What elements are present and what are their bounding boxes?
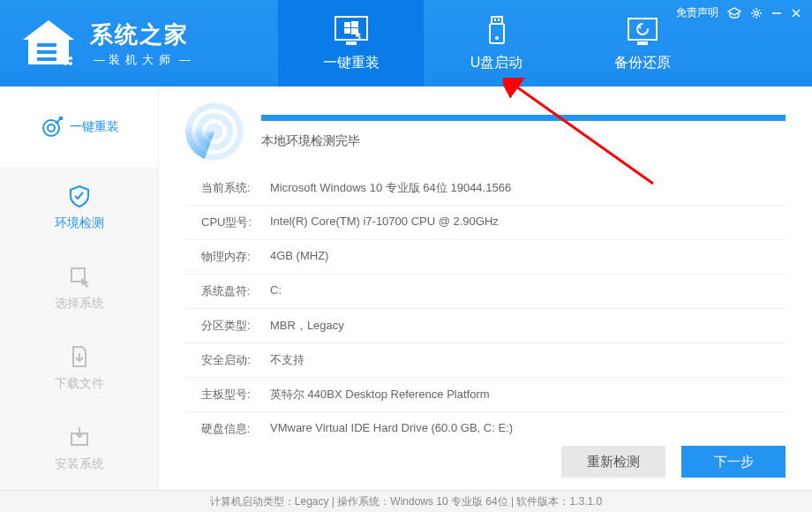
sidebar-label: 下载文件: [55, 376, 104, 392]
info-row: 物理内存:4GB (MHZ): [185, 240, 786, 275]
svg-rect-9: [492, 17, 502, 24]
info-value: Microsoft Windows 10 专业版 64位 19044.1566: [270, 180, 511, 196]
info-row: 硬盘信息:VMware Virtual IDE Hard Drive (60.0…: [185, 412, 786, 439]
info-label: 当前系统:: [201, 180, 270, 196]
info-value: C:: [270, 283, 282, 299]
gear-icon[interactable]: [750, 7, 763, 19]
button-row: 重新检测 下一步: [185, 439, 786, 490]
info-label: 物理内存:: [201, 249, 270, 265]
info-value: 不支持: [270, 352, 304, 368]
close-button[interactable]: [791, 8, 801, 19]
svg-point-13: [495, 36, 499, 40]
sidebar-label: 一键重装: [70, 119, 119, 135]
svg-rect-15: [637, 41, 648, 45]
sidebar-item-env-check[interactable]: 环境检测: [0, 167, 158, 247]
shield-check-icon: [67, 184, 92, 208]
info-row: CPU型号:Intel(R) Core(TM) i7-10700 CPU @ 2…: [185, 206, 786, 240]
sidebar-item-download[interactable]: 下载文件: [0, 328, 158, 408]
svg-point-3: [64, 56, 67, 60]
info-value: 英特尔 440BX Desktop Reference Platform: [270, 387, 490, 403]
backup-screen-icon: [625, 15, 660, 47]
tab-usb-boot[interactable]: U盘启动: [424, 0, 569, 87]
svg-rect-10: [494, 19, 496, 21]
select-box-icon: [67, 264, 92, 289]
minimize-button[interactable]: [771, 8, 782, 19]
next-button[interactable]: 下一步: [681, 446, 786, 478]
svg-rect-8: [346, 41, 357, 45]
info-label: 系统盘符:: [201, 283, 270, 299]
sidebar-item-reinstall[interactable]: 一键重装: [0, 87, 158, 167]
info-value: MBR，Legacy: [270, 318, 344, 334]
target-arrow-icon: [40, 115, 64, 139]
body: 一键重装 环境检测 选择系统 下载文件 安装系统 本地环境检测完毕 当前: [0, 87, 812, 490]
disclaimer-link[interactable]: 免责声明: [676, 5, 718, 20]
sidebar: 一键重装 环境检测 选择系统 下载文件 安装系统: [0, 87, 159, 490]
house-logo-icon: [18, 17, 79, 70]
svg-point-6: [69, 62, 72, 65]
info-row: 系统盘符:C:: [185, 275, 786, 309]
sidebar-item-select-system[interactable]: 选择系统: [0, 247, 158, 328]
info-label: CPU型号:: [201, 215, 270, 230]
info-row: 主板型号:英特尔 440BX Desktop Reference Platfor…: [185, 378, 786, 412]
info-row: 当前系统:Microsoft Windows 10 专业版 64位 19044.…: [185, 171, 786, 206]
logo-subtitle: 装机大师: [90, 52, 194, 68]
progress-status: 本地环境检测完毕: [261, 133, 786, 149]
svg-point-20: [48, 124, 55, 132]
logo-area: 系统之家 装机大师: [0, 0, 278, 87]
svg-rect-11: [498, 19, 500, 21]
header: 系统之家 装机大师 一键重装 U盘启动 备份还原 免责声明: [0, 0, 812, 87]
info-row: 安全启动:不支持: [185, 343, 786, 378]
tab-label: 备份还原: [614, 54, 671, 72]
sidebar-label: 环境检测: [55, 215, 104, 231]
install-box-icon: [67, 425, 92, 449]
graduation-icon[interactable]: [727, 7, 741, 19]
rescan-button[interactable]: 重新检测: [561, 446, 665, 478]
download-file-icon: [67, 344, 92, 369]
svg-point-5: [64, 62, 67, 65]
radar-icon: [185, 102, 244, 161]
tab-reinstall[interactable]: 一键重装: [278, 0, 424, 87]
scan-row: 本地环境检测完毕: [185, 102, 786, 161]
info-value: VMware Virtual IDE Hard Drive (60.0 GB, …: [270, 421, 513, 437]
info-value: 4GB (MHZ): [270, 249, 328, 265]
svg-rect-0: [37, 43, 56, 47]
usb-drive-icon: [479, 15, 515, 47]
svg-point-17: [755, 11, 758, 15]
tab-label: U盘启动: [470, 54, 523, 72]
info-label: 分区类型:: [201, 318, 270, 334]
info-row: 分区类型:MBR，Legacy: [185, 309, 786, 343]
logo-title: 系统之家: [90, 19, 194, 50]
sidebar-label: 安装系统: [55, 456, 104, 472]
tab-label: 一键重装: [323, 54, 380, 72]
info-label: 安全启动:: [201, 352, 270, 368]
svg-rect-14: [628, 19, 657, 40]
header-controls: 免责声明: [676, 5, 801, 20]
main-panel: 本地环境检测完毕 当前系统:Microsoft Windows 10 专业版 6…: [159, 87, 812, 490]
info-value: Intel(R) Core(TM) i7-10700 CPU @ 2.90GHz: [270, 215, 499, 230]
svg-rect-1: [37, 50, 56, 54]
progress-bar: [261, 115, 786, 121]
svg-rect-2: [37, 57, 56, 61]
svg-rect-12: [490, 24, 504, 43]
sidebar-label: 选择系统: [55, 296, 104, 312]
info-label: 硬盘信息:: [201, 421, 270, 437]
svg-point-16: [637, 24, 648, 34]
sidebar-item-install[interactable]: 安装系统: [0, 408, 158, 488]
info-label: 主板型号:: [201, 387, 270, 403]
svg-point-4: [69, 56, 72, 60]
footer-text: 计算机启动类型：Legacy | 操作系统：Windows 10 专业版 64位…: [210, 494, 602, 509]
footer: 计算机启动类型：Legacy | 操作系统：Windows 10 专业版 64位…: [0, 490, 812, 512]
info-list: 当前系统:Microsoft Windows 10 专业版 64位 19044.…: [185, 171, 786, 439]
windows-screen-icon: [334, 15, 369, 47]
